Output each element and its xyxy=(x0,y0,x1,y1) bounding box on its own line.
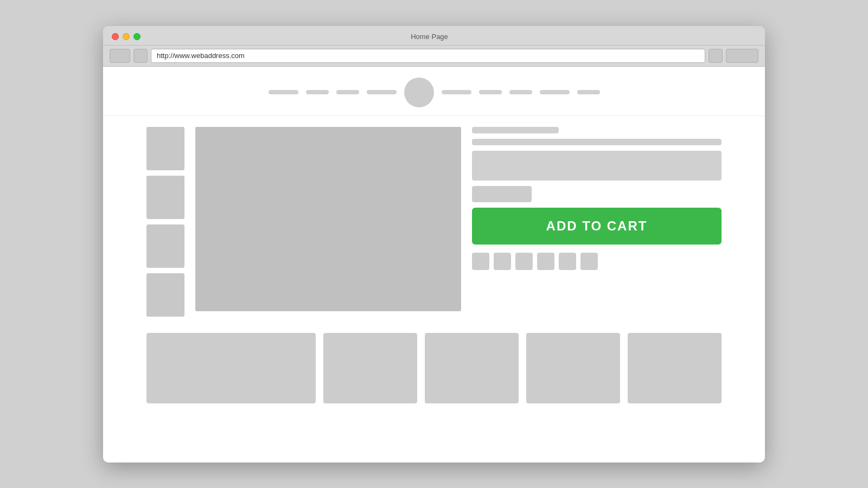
social-icon-4[interactable] xyxy=(537,253,554,270)
title-bar: Home Page xyxy=(103,26,765,46)
url-bar[interactable]: http://www.webaddress.com xyxy=(151,49,705,63)
thumbnail-4[interactable] xyxy=(146,273,184,317)
social-icon-2[interactable] xyxy=(494,253,511,270)
thumbnail-3[interactable] xyxy=(146,224,184,268)
bottom-grid-item-2[interactable] xyxy=(425,333,519,403)
product-thumbnails xyxy=(146,127,184,317)
nav-item[interactable] xyxy=(577,90,600,94)
social-icon-3[interactable] xyxy=(515,253,533,270)
product-subtitle-bar xyxy=(472,139,722,145)
window-title: Home Page xyxy=(103,33,756,41)
add-to-cart-button[interactable]: ADD TO CART xyxy=(472,208,722,245)
product-description-block xyxy=(472,151,722,181)
social-icon-6[interactable] xyxy=(580,253,598,270)
nav-items xyxy=(146,78,722,107)
toolbar-action-button[interactable] xyxy=(709,49,723,63)
social-icon-1[interactable] xyxy=(472,253,489,270)
bottom-grid-item-1[interactable] xyxy=(323,333,417,403)
toolbar-extra-button[interactable] xyxy=(726,49,758,63)
toolbar: http://www.webaddress.com xyxy=(103,46,765,67)
nav-logo xyxy=(404,78,434,107)
bottom-product-grid xyxy=(103,328,765,420)
thumbnail-1[interactable] xyxy=(146,127,184,170)
social-icon-5[interactable] xyxy=(559,253,576,270)
nav-item[interactable] xyxy=(269,90,298,94)
bottom-grid-item-wide[interactable] xyxy=(146,333,316,403)
back-forward-button[interactable] xyxy=(110,49,130,63)
social-share-icons xyxy=(472,253,722,270)
page-content: ADD TO CART xyxy=(103,67,765,463)
nav-item[interactable] xyxy=(479,90,502,94)
main-product-area: ADD TO CART xyxy=(103,116,765,328)
nav-item[interactable] xyxy=(367,90,397,94)
nav-item[interactable] xyxy=(442,90,471,94)
bottom-grid-item-3[interactable] xyxy=(526,333,620,403)
product-title-bar xyxy=(472,127,559,133)
thumbnail-2[interactable] xyxy=(146,176,184,219)
nav-item[interactable] xyxy=(540,90,570,94)
product-price-bar xyxy=(472,186,532,202)
browser-window: Home Page http://www.webaddress.com xyxy=(103,26,765,463)
nav-area xyxy=(103,67,765,116)
product-info: ADD TO CART xyxy=(472,127,722,317)
bottom-grid-item-4[interactable] xyxy=(628,333,722,403)
nav-item[interactable] xyxy=(336,90,359,94)
product-main-image xyxy=(195,127,461,311)
nav-item[interactable] xyxy=(509,90,532,94)
nav-item[interactable] xyxy=(306,90,329,94)
refresh-button[interactable] xyxy=(133,49,148,63)
